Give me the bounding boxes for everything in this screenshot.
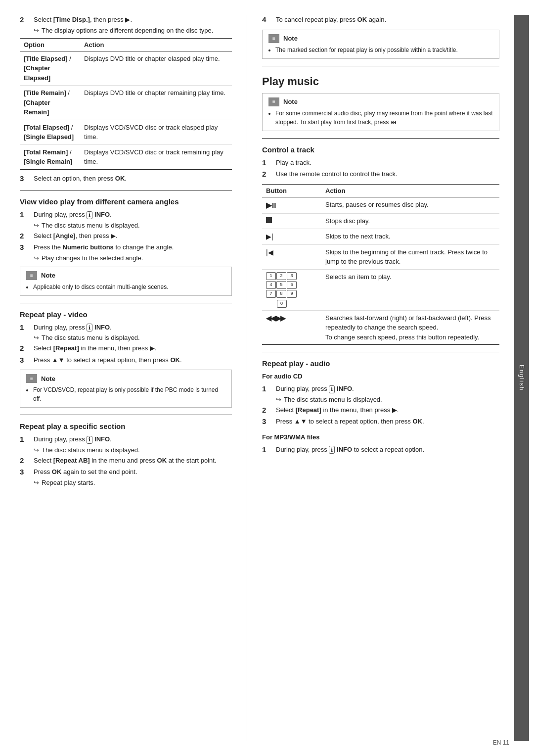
repeat-video-step3: 3 Press ▲▼ to select a repeat option, th…: [20, 355, 232, 365]
skip-next-icon: ▶|: [266, 233, 273, 240]
note-header: ≡ Note: [26, 271, 225, 280]
arrow-symbol: ↪: [34, 446, 39, 454]
table-cell-option: [Total Elapsed] /[Single Elapsed]: [20, 120, 80, 144]
repeat-section-step2: 2 Select [Repeat AB] in the menu and pre…: [20, 456, 232, 466]
info-icon: ℹ: [87, 324, 92, 331]
num-key: 1: [266, 272, 276, 280]
note-icon: ≡: [26, 374, 37, 383]
note-header: ≡ Note: [268, 34, 493, 43]
step-number: 3: [262, 417, 273, 425]
note-title: Note: [41, 272, 55, 279]
table-row: [Title Elapsed] /[Chapter Elapsed] Displ…: [20, 51, 232, 86]
step-number: 1: [262, 445, 273, 454]
note-item: Applicable only to discs contain multi-a…: [33, 283, 225, 291]
note-title: Note: [283, 98, 298, 105]
english-side-tab: English: [514, 15, 529, 741]
page: 2 Select [Time Disp.], then press ▶. ↪ T…: [0, 0, 534, 756]
step-text: Select [Repeat] in the menu, then press …: [34, 343, 232, 353]
note-item: For VCD/SVCD, repeat play is only possib…: [33, 385, 225, 403]
step-sub-text: The display options are different depend…: [42, 27, 213, 34]
numeric-pad-icon: 1 2 3 4 5 6: [266, 272, 297, 308]
note-box: ≡ Note Applicable only to discs contain …: [20, 267, 232, 296]
left-column: 2 Select [Time Disp.], then press ▶. ↪ T…: [0, 15, 247, 741]
step-number: 3: [20, 356, 31, 364]
for-mp3-label: For MP3/WMA files: [262, 433, 499, 441]
table-cell-button: ◀◀ ▶▶: [262, 310, 321, 345]
arrow-symbol: ↪: [34, 222, 39, 229]
repeat-video-step2: 2 Select [Repeat] in the menu, then pres…: [20, 343, 232, 353]
mp3-step1: 1 During play, press ℹ INFO to select a …: [262, 445, 499, 455]
view-video-step1: 1 During play, press ℹ INFO.: [20, 210, 232, 220]
step-number: 2: [262, 406, 273, 414]
control-table: Button Action ▶II Starts, pauses or resu…: [262, 184, 499, 345]
table-cell-action: Searches fast-forward (right) or fast-ba…: [321, 310, 499, 345]
note-box-right: ≡ Note The marked section for repeat pla…: [262, 30, 499, 59]
sub-text: The disc status menu is displayed.: [42, 222, 140, 229]
view-video-section: View video play from different camera an…: [20, 197, 232, 296]
table-row: ▶| Skips to the next track.: [262, 229, 499, 244]
repeat-section-title: Repeat play a specific section: [20, 422, 232, 430]
page-footer: EN 11: [493, 739, 509, 746]
table-header-action: Action: [321, 184, 499, 197]
table-cell-action: Selects an item to play.: [321, 269, 499, 310]
note-title: Note: [283, 35, 298, 42]
view-video-step3: 3 Press the Numeric buttons to change th…: [20, 242, 232, 252]
sub-text: Repeat play starts.: [42, 479, 95, 486]
table-row: [Total Remain] /[Single Remain] Displays…: [20, 144, 232, 169]
repeat-section-section: Repeat play a specific section 1 During …: [20, 422, 232, 486]
cancel-repeat-step4: 4 To cancel repeat play, press OK again.: [262, 15, 499, 25]
note-icon: ≡: [268, 97, 279, 106]
table-row: ◀◀ ▶▶ Searches fast-forward (right) or f…: [262, 310, 499, 345]
play-music-note: ≡ Note For some commercial audio disc, p…: [262, 93, 499, 131]
table-header-button: Button: [262, 184, 321, 197]
repeat-video-step1: 1 During play, press ℹ INFO.: [20, 323, 232, 332]
side-tab-text: English: [518, 365, 525, 391]
repeat-section-step3: 3 Press OK again to set the end point.: [20, 467, 232, 477]
step-text: Select [Repeat AB] in the menu and press…: [34, 456, 232, 466]
table-cell-action: Skips to the next track.: [321, 229, 499, 244]
step-number: 3: [20, 243, 31, 251]
play-music-title: Play music: [262, 75, 499, 88]
step-text: During play, press ℹ INFO.: [34, 434, 232, 444]
table-cell-button: |◀: [262, 244, 321, 269]
table-row: 1 2 3 4 5 6: [262, 269, 499, 310]
divider: [20, 415, 232, 415]
note-icon: ≡: [26, 271, 37, 280]
info-icon: ℹ: [87, 436, 92, 444]
table-cell-action: Stops disc play.: [321, 214, 499, 229]
repeat-section-step1: 1 During play, press ℹ INFO.: [20, 434, 232, 444]
info-icon: ℹ: [329, 446, 335, 454]
table-cell-button: ▶II: [262, 197, 321, 214]
step-number: 3: [20, 174, 31, 183]
step-text: Select [Angle], then press ▶.: [34, 231, 232, 241]
play-music-section: Play music ≡ Note For some commercial au…: [262, 75, 499, 131]
num-key: 8: [276, 290, 286, 298]
step-text: During play, press ℹ INFO.: [34, 323, 232, 332]
table-row: [Total Elapsed] /[Single Elapsed] Displa…: [20, 120, 232, 144]
step-text: During play, press ℹ INFO.: [276, 384, 499, 394]
repeat-video-section: Repeat play - video 1 During play, press…: [20, 310, 232, 408]
step-number: 1: [20, 435, 31, 443]
note-box: ≡ Note For VCD/SVCD, repeat play is only…: [20, 370, 232, 408]
num-key: 3: [287, 272, 297, 280]
note-item: For some commercial audio disc, play may…: [275, 109, 493, 127]
info-icon: ℹ: [329, 385, 335, 393]
note-item: The marked section for repeat play is on…: [275, 46, 493, 54]
note-header: ≡ Note: [268, 97, 493, 106]
step-text: During play, press ℹ INFO.: [34, 210, 232, 220]
table-row: Stops disc play.: [262, 214, 499, 229]
play-pause-icon: ▶II: [266, 201, 276, 209]
num-key: 2: [276, 272, 286, 280]
sub-text: The disc status menu is displayed.: [42, 334, 140, 341]
control-track-title: Control a track: [262, 145, 499, 154]
step-text: Press ▲▼ to select a repeat option, then…: [34, 355, 232, 365]
table-header-option: Option: [20, 38, 80, 51]
table-row: ▶II Starts, pauses or resumes disc play.: [262, 197, 499, 214]
repeat-audio-title: Repeat play - audio: [262, 359, 499, 368]
table-cell-action: Starts, pauses or resumes disc play.: [321, 197, 499, 214]
step-number: 1: [262, 158, 273, 167]
note-body: For VCD/SVCD, repeat play is only possib…: [26, 385, 225, 403]
sub-text: The disc status menu is displayed.: [42, 446, 140, 454]
step-number: 1: [20, 323, 31, 331]
divider: [262, 352, 499, 352]
